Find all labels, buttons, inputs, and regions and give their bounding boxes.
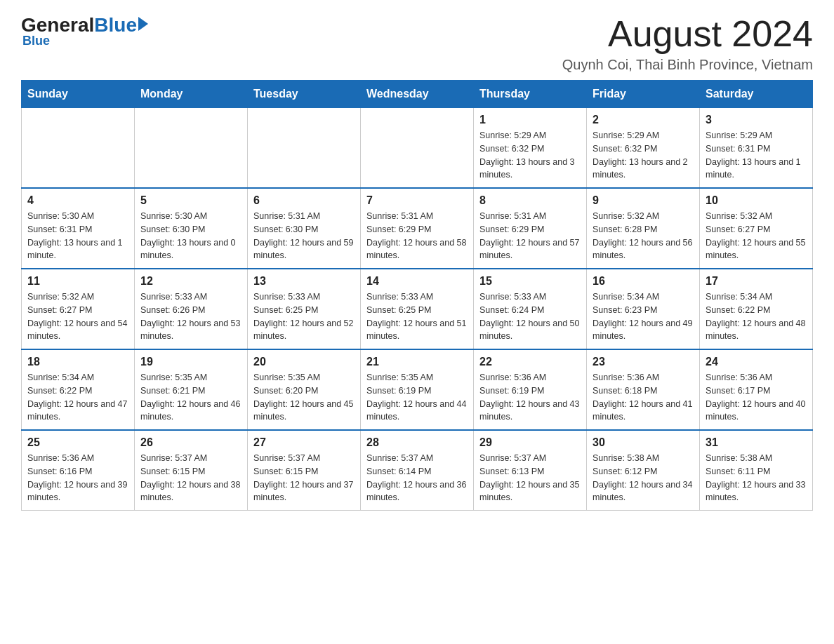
day-info: Sunrise: 5:29 AMSunset: 6:31 PMDaylight:… bbox=[706, 129, 807, 182]
calendar-cell: 20Sunrise: 5:35 AMSunset: 6:20 PMDayligh… bbox=[248, 349, 361, 430]
calendar-cell: 16Sunrise: 5:34 AMSunset: 6:23 PMDayligh… bbox=[587, 269, 700, 349]
calendar-cell: 3Sunrise: 5:29 AMSunset: 6:31 PMDaylight… bbox=[700, 108, 813, 189]
calendar-cell: 22Sunrise: 5:36 AMSunset: 6:19 PMDayligh… bbox=[474, 349, 587, 430]
day-number: 8 bbox=[479, 194, 581, 207]
calendar-cell: 5Sunrise: 5:30 AMSunset: 6:30 PMDaylight… bbox=[135, 188, 248, 269]
calendar-header-wednesday: Wednesday bbox=[361, 81, 474, 108]
calendar-cell: 6Sunrise: 5:31 AMSunset: 6:30 PMDaylight… bbox=[248, 188, 361, 269]
day-info: Sunrise: 5:29 AMSunset: 6:32 PMDaylight:… bbox=[593, 129, 694, 182]
day-number: 24 bbox=[706, 356, 807, 368]
day-number: 27 bbox=[253, 436, 355, 449]
day-info: Sunrise: 5:35 AMSunset: 6:20 PMDaylight:… bbox=[253, 371, 355, 424]
day-number: 26 bbox=[140, 436, 241, 449]
calendar-week-2: 4Sunrise: 5:30 AMSunset: 6:31 PMDaylight… bbox=[22, 188, 813, 269]
calendar-cell: 13Sunrise: 5:33 AMSunset: 6:25 PMDayligh… bbox=[248, 269, 361, 349]
calendar-cell: 15Sunrise: 5:33 AMSunset: 6:24 PMDayligh… bbox=[474, 269, 587, 349]
day-number: 7 bbox=[366, 194, 468, 207]
day-info: Sunrise: 5:38 AMSunset: 6:11 PMDaylight:… bbox=[706, 452, 807, 504]
day-info: Sunrise: 5:33 AMSunset: 6:26 PMDaylight:… bbox=[140, 290, 241, 343]
day-info: Sunrise: 5:31 AMSunset: 6:29 PMDaylight:… bbox=[479, 210, 581, 262]
day-info: Sunrise: 5:30 AMSunset: 6:30 PMDaylight:… bbox=[140, 210, 241, 262]
calendar-cell bbox=[135, 108, 248, 189]
calendar-header-tuesday: Tuesday bbox=[248, 81, 361, 108]
day-number: 3 bbox=[706, 114, 807, 126]
day-info: Sunrise: 5:33 AMSunset: 6:24 PMDaylight:… bbox=[479, 290, 581, 343]
day-info: Sunrise: 5:32 AMSunset: 6:27 PMDaylight:… bbox=[27, 290, 128, 343]
calendar-cell: 9Sunrise: 5:32 AMSunset: 6:28 PMDaylight… bbox=[587, 188, 700, 269]
day-number: 9 bbox=[593, 194, 694, 207]
calendar-cell: 2Sunrise: 5:29 AMSunset: 6:32 PMDaylight… bbox=[587, 108, 700, 189]
day-number: 6 bbox=[253, 194, 355, 207]
day-info: Sunrise: 5:32 AMSunset: 6:27 PMDaylight:… bbox=[706, 210, 807, 262]
logo-arrow-icon bbox=[138, 17, 148, 31]
calendar-cell bbox=[361, 108, 474, 189]
day-info: Sunrise: 5:33 AMSunset: 6:25 PMDaylight:… bbox=[366, 290, 468, 343]
day-number: 18 bbox=[27, 356, 128, 368]
calendar-header-row: SundayMondayTuesdayWednesdayThursdayFrid… bbox=[22, 81, 813, 108]
calendar-week-5: 25Sunrise: 5:36 AMSunset: 6:16 PMDayligh… bbox=[22, 430, 813, 511]
day-number: 14 bbox=[366, 275, 468, 288]
day-info: Sunrise: 5:36 AMSunset: 6:19 PMDaylight:… bbox=[479, 371, 581, 424]
day-info: Sunrise: 5:34 AMSunset: 6:22 PMDaylight:… bbox=[27, 371, 128, 424]
day-number: 20 bbox=[253, 356, 355, 368]
day-number: 10 bbox=[706, 194, 807, 207]
calendar-cell: 12Sunrise: 5:33 AMSunset: 6:26 PMDayligh… bbox=[135, 269, 248, 349]
calendar-header-monday: Monday bbox=[135, 81, 248, 108]
calendar-week-1: 1Sunrise: 5:29 AMSunset: 6:32 PMDaylight… bbox=[22, 108, 813, 189]
calendar-cell: 4Sunrise: 5:30 AMSunset: 6:31 PMDaylight… bbox=[22, 188, 135, 269]
day-number: 31 bbox=[706, 436, 807, 449]
day-info: Sunrise: 5:35 AMSunset: 6:21 PMDaylight:… bbox=[140, 371, 241, 424]
day-number: 2 bbox=[593, 114, 694, 126]
calendar-cell: 10Sunrise: 5:32 AMSunset: 6:27 PMDayligh… bbox=[700, 188, 813, 269]
calendar-header-thursday: Thursday bbox=[474, 81, 587, 108]
day-number: 4 bbox=[27, 194, 128, 207]
calendar-cell: 21Sunrise: 5:35 AMSunset: 6:19 PMDayligh… bbox=[361, 349, 474, 430]
day-info: Sunrise: 5:34 AMSunset: 6:22 PMDaylight:… bbox=[706, 290, 807, 343]
calendar-week-4: 18Sunrise: 5:34 AMSunset: 6:22 PMDayligh… bbox=[22, 349, 813, 430]
calendar-cell: 23Sunrise: 5:36 AMSunset: 6:18 PMDayligh… bbox=[587, 349, 700, 430]
day-number: 16 bbox=[593, 275, 694, 288]
calendar-cell: 31Sunrise: 5:38 AMSunset: 6:11 PMDayligh… bbox=[700, 430, 813, 511]
day-info: Sunrise: 5:37 AMSunset: 6:15 PMDaylight:… bbox=[140, 452, 241, 504]
calendar-table: SundayMondayTuesdayWednesdayThursdayFrid… bbox=[21, 80, 813, 511]
calendar-week-3: 11Sunrise: 5:32 AMSunset: 6:27 PMDayligh… bbox=[22, 269, 813, 349]
calendar-cell: 26Sunrise: 5:37 AMSunset: 6:15 PMDayligh… bbox=[135, 430, 248, 511]
day-info: Sunrise: 5:36 AMSunset: 6:17 PMDaylight:… bbox=[706, 371, 807, 424]
calendar-cell: 25Sunrise: 5:36 AMSunset: 6:16 PMDayligh… bbox=[22, 430, 135, 511]
logo-blue: Blue bbox=[94, 14, 137, 36]
day-number: 19 bbox=[140, 356, 241, 368]
calendar-cell: 7Sunrise: 5:31 AMSunset: 6:29 PMDaylight… bbox=[361, 188, 474, 269]
calendar-cell bbox=[22, 108, 135, 189]
title-area: August 2024 Quynh Coi, Thai Binh Provinc… bbox=[562, 14, 813, 73]
day-info: Sunrise: 5:31 AMSunset: 6:30 PMDaylight:… bbox=[253, 210, 355, 262]
logo-area: GeneralBlue Blue bbox=[21, 14, 148, 48]
header: GeneralBlue Blue August 2024 Quynh Coi, … bbox=[21, 14, 813, 73]
calendar-cell bbox=[248, 108, 361, 189]
day-number: 30 bbox=[593, 436, 694, 449]
calendar-cell: 18Sunrise: 5:34 AMSunset: 6:22 PMDayligh… bbox=[22, 349, 135, 430]
calendar-cell: 27Sunrise: 5:37 AMSunset: 6:15 PMDayligh… bbox=[248, 430, 361, 511]
day-number: 1 bbox=[479, 114, 581, 126]
day-number: 12 bbox=[140, 275, 241, 288]
day-info: Sunrise: 5:32 AMSunset: 6:28 PMDaylight:… bbox=[593, 210, 694, 262]
day-info: Sunrise: 5:36 AMSunset: 6:18 PMDaylight:… bbox=[593, 371, 694, 424]
day-number: 21 bbox=[366, 356, 468, 368]
calendar-cell: 1Sunrise: 5:29 AMSunset: 6:32 PMDaylight… bbox=[474, 108, 587, 189]
day-info: Sunrise: 5:34 AMSunset: 6:23 PMDaylight:… bbox=[593, 290, 694, 343]
day-number: 25 bbox=[27, 436, 128, 449]
calendar-cell: 24Sunrise: 5:36 AMSunset: 6:17 PMDayligh… bbox=[700, 349, 813, 430]
calendar-cell: 11Sunrise: 5:32 AMSunset: 6:27 PMDayligh… bbox=[22, 269, 135, 349]
calendar-header-sunday: Sunday bbox=[22, 81, 135, 108]
day-number: 22 bbox=[479, 356, 581, 368]
day-number: 11 bbox=[27, 275, 128, 288]
day-info: Sunrise: 5:33 AMSunset: 6:25 PMDaylight:… bbox=[253, 290, 355, 343]
day-info: Sunrise: 5:37 AMSunset: 6:15 PMDaylight:… bbox=[253, 452, 355, 504]
day-info: Sunrise: 5:37 AMSunset: 6:13 PMDaylight:… bbox=[479, 452, 581, 504]
day-info: Sunrise: 5:29 AMSunset: 6:32 PMDaylight:… bbox=[479, 129, 581, 182]
calendar-cell: 14Sunrise: 5:33 AMSunset: 6:25 PMDayligh… bbox=[361, 269, 474, 349]
day-number: 29 bbox=[479, 436, 581, 449]
day-info: Sunrise: 5:37 AMSunset: 6:14 PMDaylight:… bbox=[366, 452, 468, 504]
day-number: 28 bbox=[366, 436, 468, 449]
calendar-cell: 28Sunrise: 5:37 AMSunset: 6:14 PMDayligh… bbox=[361, 430, 474, 511]
day-number: 23 bbox=[593, 356, 694, 368]
